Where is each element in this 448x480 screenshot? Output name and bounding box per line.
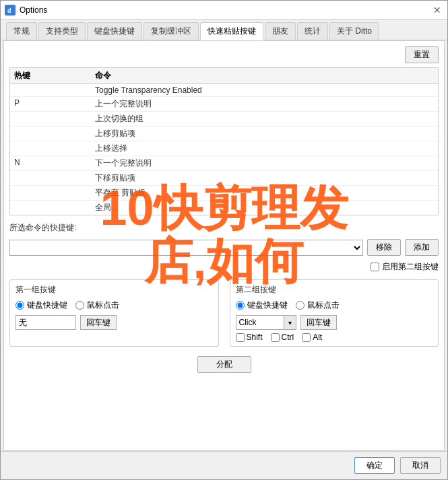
table-row[interactable]: N 下一个完整说明 — [10, 156, 438, 171]
shift-checkbox[interactable] — [236, 333, 245, 342]
group2-input-row: Click ▾ 回车键 — [236, 315, 433, 330]
title-bar-left: d Options — [5, 5, 47, 15]
group2-keyboard-radio[interactable]: 键盘快捷键 — [236, 300, 288, 311]
table-row[interactable]: Toggle Transparency Enabled — [10, 84, 438, 97]
group2-modifier-row: Shift Ctrl Alt — [236, 333, 433, 342]
title-bar: d Options ✕ — [1, 1, 447, 20]
header-hotkey: 热键 — [14, 70, 95, 81]
group2-checkbox-row: 启用第二组按键 — [9, 261, 439, 273]
table-row[interactable]: 上次切换的组 — [10, 112, 438, 127]
tab-quick-paste[interactable]: 快速粘贴按键 — [200, 22, 263, 40]
ctrl-checkbox-label[interactable]: Ctrl — [271, 333, 294, 342]
group1-mouse-radio[interactable]: 鼠标点击 — [75, 300, 119, 311]
group2-radio-row: 键盘快捷键 鼠标点击 — [236, 300, 433, 311]
bottom-bar: 确定 取消 — [1, 451, 447, 479]
remove-button[interactable]: 移除 — [367, 239, 401, 256]
tab-general[interactable]: 常规 — [6, 22, 37, 40]
tab-about[interactable]: 关于 Ditto — [329, 22, 379, 40]
group1-radio-row: 键盘快捷键 鼠标点击 — [15, 300, 213, 311]
tab-friends[interactable]: 朋友 — [265, 22, 296, 40]
table-row[interactable]: P 上一个完整说明 — [10, 97, 438, 112]
distribute-button[interactable]: 分配 — [197, 356, 251, 373]
group2-click-dropdown[interactable]: Click ▾ — [236, 315, 296, 330]
group1-key-input[interactable] — [15, 315, 76, 330]
enable-group2-label: 启用第二组按键 — [382, 261, 439, 273]
tab-keyboard-shortcuts[interactable]: 键盘快捷键 — [87, 22, 142, 40]
shortcut-label: 所选命令的快捷键: — [9, 222, 439, 234]
shortcut-dropdown[interactable] — [9, 240, 363, 256]
ok-button[interactable]: 确定 — [354, 457, 395, 474]
group1-title: 第一组按键 — [15, 284, 213, 296]
window-title: Options — [20, 5, 47, 15]
content-area: 10快剪理发 店,如何 重置 热键 命令 Toggle Transparency… — [3, 40, 445, 451]
tab-stats[interactable]: 统计 — [297, 22, 328, 40]
reset-row: 重置 — [9, 46, 439, 63]
cancel-button[interactable]: 取消 — [400, 457, 441, 474]
tab-bar: 常规 支持类型 键盘快捷键 复制缓冲区 快速粘贴按键 朋友 统计 关于 Ditt… — [1, 20, 447, 40]
shortcut-input-row: 移除 添加 — [9, 239, 439, 256]
close-button[interactable]: ✕ — [431, 4, 443, 16]
distribute-row: 分配 — [9, 356, 439, 373]
enable-group2-checkbox[interactable] — [371, 263, 379, 271]
table-row[interactable]: 上移选择 — [10, 141, 438, 156]
group1-enter-button[interactable]: 回车键 — [80, 315, 117, 330]
ctrl-checkbox[interactable] — [271, 333, 280, 342]
group1-box: 第一组按键 键盘快捷键 鼠标点击 回车键 — [9, 279, 219, 347]
table-row[interactable]: 上移剪贴项 — [10, 127, 438, 141]
reset-button[interactable]: 重置 — [405, 46, 439, 63]
tab-copy-buffer[interactable]: 复制缓冲区 — [143, 22, 199, 40]
group2-enter-button[interactable]: 回车键 — [300, 315, 337, 330]
svg-text:d: d — [7, 7, 11, 14]
shortcut-table[interactable]: 热键 命令 Toggle Transparency Enabled P 上一个完… — [9, 67, 439, 215]
shift-checkbox-label[interactable]: Shift — [236, 333, 263, 342]
header-command: 命令 — [95, 70, 434, 81]
alt-checkbox-label[interactable]: Alt — [302, 333, 322, 342]
main-window: d Options ✕ 常规 支持类型 键盘快捷键 复制缓冲区 快速粘贴按键 朋… — [0, 0, 448, 480]
table-row[interactable]: 平存至 剪贴板 — [10, 186, 438, 201]
group2-title: 第二组按键 — [236, 284, 433, 296]
alt-checkbox[interactable] — [302, 333, 311, 342]
table-row[interactable]: 全局... — [10, 201, 438, 215]
groups-row: 第一组按键 键盘快捷键 鼠标点击 回车键 — [9, 279, 439, 347]
group2-box: 第二组按键 键盘快捷键 鼠标点击 Click ▾ — [230, 279, 439, 347]
table-header: 热键 命令 — [10, 68, 438, 84]
app-icon: d — [5, 5, 15, 15]
add-button[interactable]: 添加 — [405, 239, 439, 256]
group1-keyboard-radio[interactable]: 键盘快捷键 — [15, 300, 67, 311]
group2-mouse-radio[interactable]: 鼠标点击 — [296, 300, 340, 311]
group1-input-row: 回车键 — [15, 315, 213, 330]
table-row[interactable]: 下移剪贴项 — [10, 171, 438, 186]
dropdown-arrow-icon[interactable]: ▾ — [284, 316, 296, 329]
remove-add-row: 移除 添加 — [367, 239, 439, 256]
tab-support-type[interactable]: 支持类型 — [38, 22, 86, 40]
